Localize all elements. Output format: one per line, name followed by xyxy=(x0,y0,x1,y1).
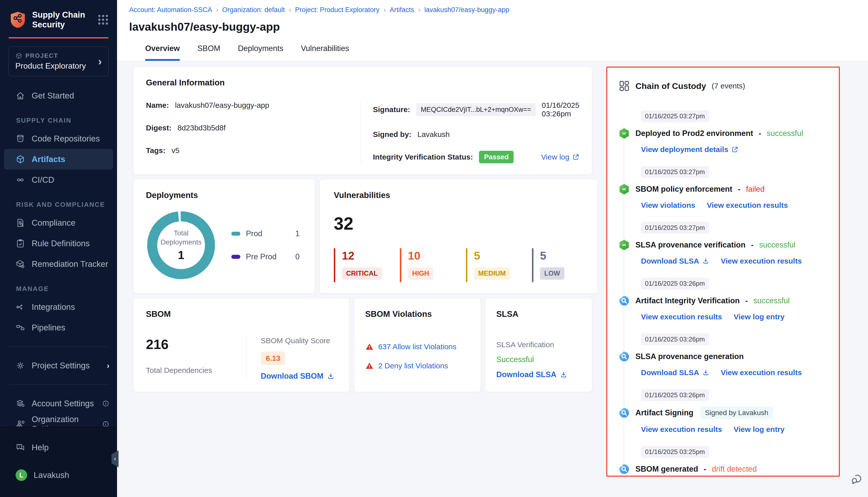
tab-vulnerabilities[interactable]: Vulnerabilities xyxy=(301,44,349,61)
artifact-tags: v5 xyxy=(172,146,179,155)
coc-event-slsa-generation: 01/16/2025 03:26pm SLSA provenance gener… xyxy=(618,333,828,377)
severity-badge: LOW xyxy=(540,267,564,280)
view-execution-results-link[interactable]: View execution results xyxy=(707,201,788,210)
prod-swatch xyxy=(231,232,240,236)
breadcrumb-organization[interactable]: Organization: default xyxy=(222,6,285,14)
project-selector[interactable]: PROJECT Product Exploratory › xyxy=(9,46,108,76)
scan-circle-icon xyxy=(618,295,630,307)
signature-timestamp: 01/16/2025 03:26pm xyxy=(542,101,579,118)
support-chat-icon[interactable] xyxy=(850,472,864,487)
sidebar-item-code-repositories[interactable]: </> Code Repositories xyxy=(0,128,117,149)
external-link-icon xyxy=(573,154,579,160)
download-icon xyxy=(702,257,709,265)
view-log-link[interactable]: View log xyxy=(541,153,579,161)
section-label-risk-compliance: RISK AND COMPLIANCE xyxy=(16,201,117,209)
sbom-violations-card: SBOM Violations 637 Allow list Violation… xyxy=(354,298,481,392)
view-violations-link[interactable]: View violations xyxy=(641,201,695,210)
severity-low: 5 LOW xyxy=(532,248,583,282)
svg-text:</>: </> xyxy=(18,138,22,140)
page-header: Account: Automation-SSCA› Organization: … xyxy=(117,0,868,61)
breadcrumb-account[interactable]: Account: Automation-SSCA xyxy=(129,6,212,14)
view-execution-results-link[interactable]: View execution results xyxy=(721,257,802,265)
view-log-entry-link[interactable]: View log entry xyxy=(734,313,785,321)
slsa-verification-status: Successful xyxy=(496,355,581,364)
download-slsa-link[interactable]: Download SLSA xyxy=(496,370,581,379)
download-sbom-link[interactable]: Download SBOM xyxy=(261,372,335,381)
coc-event-sbom-generated: 01/16/2025 03:25pm SBOM generated - drif… xyxy=(618,446,828,477)
sidebar-item-pipelines[interactable]: Pipelines xyxy=(0,317,117,338)
severity-badge: HIGH xyxy=(408,267,434,280)
project-label: PROJECT xyxy=(25,52,58,59)
sbom-quality-score: 6.13 xyxy=(261,352,285,365)
view-deployment-details-link[interactable]: View deployment details xyxy=(641,145,738,154)
view-log-entry-link[interactable]: View log entry xyxy=(734,425,785,434)
deployments-legend: Prod 1 Pre Prod 0 xyxy=(231,229,302,261)
infinity-icon xyxy=(16,175,25,185)
breadcrumb-project[interactable]: Project: Product Exploratory xyxy=(295,6,379,14)
help-chat-icon: ? xyxy=(16,443,25,452)
signed-by-label: Signed by: xyxy=(373,130,411,139)
tab-sbom[interactable]: SBOM xyxy=(198,44,220,61)
sidebar: Supply ChainSecurity PROJECT Product Exp… xyxy=(0,0,117,497)
info-icon xyxy=(102,400,110,407)
event-status: successful xyxy=(759,240,795,250)
allow-list-violations-link[interactable]: 637 Allow list Violations xyxy=(378,342,457,351)
breadcrumb-current[interactable]: lavakush07/easy-buggy-app xyxy=(424,6,509,14)
sidebar-item-remediation-tracker[interactable]: Remediation Tracker xyxy=(0,254,117,274)
sbom-quality-label: SBOM Quality Score xyxy=(261,337,335,345)
download-icon xyxy=(560,371,567,379)
sidebar-item-account-settings[interactable]: Account Settings xyxy=(0,393,117,414)
svg-text:∞: ∞ xyxy=(622,130,626,136)
signed-by-value: Lavakush xyxy=(417,130,450,139)
event-status: successful xyxy=(767,129,803,138)
tab-deployments[interactable]: Deployments xyxy=(238,44,283,61)
module-grid-icon[interactable] xyxy=(98,15,108,25)
sidebar-item-compliance[interactable]: Compliance xyxy=(0,213,117,233)
event-status: failed xyxy=(746,185,765,194)
svg-text:∞: ∞ xyxy=(622,186,626,192)
sidebar-item-organization-settings[interactable]: Organization Settings xyxy=(0,414,117,427)
download-icon xyxy=(702,369,709,376)
event-timestamp: 01/16/2025 03:26pm xyxy=(641,333,709,345)
events-timeline: 01/16/2025 03:27pm ∞ Deployed to Prod2 e… xyxy=(618,110,828,477)
sidebar-item-artifacts[interactable]: Artifacts xyxy=(4,149,113,170)
deny-list-violations-link[interactable]: 2 Deny list Violations xyxy=(378,361,448,370)
view-execution-results-link[interactable]: View execution results xyxy=(641,425,722,434)
sidebar-item-rule-definitions[interactable]: Rule Definitions xyxy=(0,233,117,254)
app-root: Supply ChainSecurity PROJECT Product Exp… xyxy=(0,0,868,497)
tab-overview[interactable]: Overview xyxy=(145,44,180,61)
prod-count: 1 xyxy=(295,229,300,238)
sidebar-item-get-started[interactable]: Get Started xyxy=(0,85,117,106)
donut-center-label: Total Deployments xyxy=(160,229,202,247)
scan-circle-icon xyxy=(618,407,630,418)
chevron-right-icon: › xyxy=(98,57,102,66)
pre-prod-count: 0 xyxy=(295,252,300,261)
download-slsa-link[interactable]: Download SLSA xyxy=(641,368,709,377)
scan-circle-icon xyxy=(618,463,630,475)
divider xyxy=(9,346,108,347)
events-count: (7 events) xyxy=(711,82,745,90)
sidebar-item-integrations[interactable]: Integrations xyxy=(0,297,117,317)
tab-bar: Overview SBOM Deployments Vulnerabilitie… xyxy=(145,44,868,61)
card-title: SBOM Violations xyxy=(365,309,469,319)
view-execution-results-link[interactable]: View execution results xyxy=(641,313,722,321)
event-timestamp: 01/16/2025 03:27pm xyxy=(641,110,709,122)
sidebar-footer: ? Help L Lavakush xyxy=(0,427,117,497)
tags-label: Tags: xyxy=(146,146,165,155)
sbom-total: 216 xyxy=(146,337,246,352)
download-slsa-link[interactable]: Download SLSA xyxy=(641,257,709,265)
content: General Information Name:lavakush07/easy… xyxy=(117,61,868,497)
card-title: Deployments xyxy=(146,190,302,200)
signature-value[interactable]: MEQCICde2VjIT...bL+2+mqnOXw== xyxy=(416,103,536,116)
status-badge: Passed xyxy=(479,151,513,163)
coc-event-deployed-prod2: 01/16/2025 03:27pm ∞ Deployed to Prod2 e… xyxy=(618,110,828,154)
sidebar-item-cicd[interactable]: CI/CD xyxy=(0,170,117,190)
severity-badge: CRITICAL xyxy=(342,267,382,280)
view-execution-results-link[interactable]: View execution results xyxy=(721,368,802,377)
sidebar-item-project-settings[interactable]: Project Settings › xyxy=(0,355,117,376)
breadcrumb-artifacts[interactable]: Artifacts xyxy=(390,6,415,14)
card-title: Vulnerabilities xyxy=(334,190,583,200)
breadcrumb: Account: Automation-SSCA› Organization: … xyxy=(129,6,868,14)
user-menu[interactable]: L Lavakush xyxy=(0,465,117,485)
sidebar-item-help[interactable]: ? Help xyxy=(0,437,117,458)
